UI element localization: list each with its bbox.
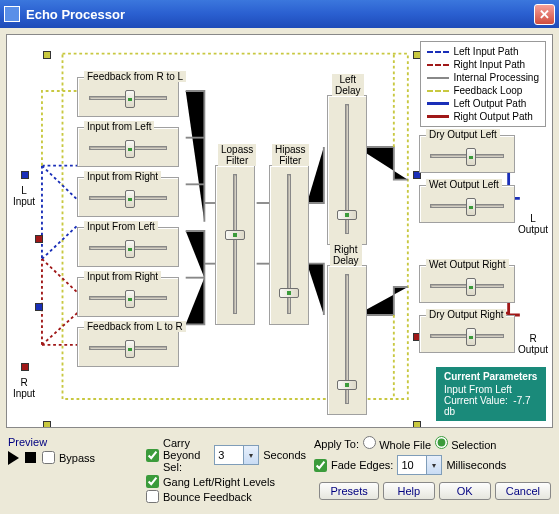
box-wet-right: Wet Output Right xyxy=(419,265,515,303)
node-cross-r xyxy=(35,235,43,243)
slider-input-right-2[interactable] xyxy=(87,288,169,308)
slider-input-left-1[interactable] xyxy=(87,138,169,158)
help-button[interactable]: Help xyxy=(383,482,435,500)
node-fb-tl xyxy=(43,51,51,59)
carry-checkbox[interactable]: Carry Beyond Sel: ▾ Seconds xyxy=(146,437,306,473)
fade-checkbox[interactable]: Fade Edges: ▾ Milliseconds xyxy=(314,455,551,475)
bypass-checkbox[interactable]: Bypass xyxy=(42,451,95,464)
box-left-delay: Left Delay xyxy=(327,95,367,245)
label-l-input: L Input xyxy=(9,185,39,207)
slider-dry-left[interactable] xyxy=(428,146,506,166)
slider-dry-right[interactable] xyxy=(428,326,506,346)
label-r-input: R Input xyxy=(9,377,39,399)
presets-button[interactable]: Presets xyxy=(319,482,378,500)
current-parameters: Current Parameters Input From Left Curre… xyxy=(436,367,546,421)
slider-input-right-1[interactable] xyxy=(87,188,169,208)
radio-selection[interactable]: Selection xyxy=(435,436,496,451)
bottom-controls: Preview Bypass Carry Beyond Sel: ▾ Secon… xyxy=(6,432,553,508)
box-input-right-2: Input from Right xyxy=(77,277,179,317)
box-input-left-1: Input from Left xyxy=(77,127,179,167)
slider-feedback-r-to-l[interactable] xyxy=(87,88,169,108)
box-input-left-2: Input From Left xyxy=(77,227,179,267)
cancel-button[interactable]: Cancel xyxy=(495,482,551,500)
diagram-panel: L Input R Input L Output R Output Feedba… xyxy=(6,34,553,428)
slider-feedback-l-to-r[interactable] xyxy=(87,338,169,358)
label-l-output: L Output xyxy=(516,213,550,235)
label-r-output: R Output xyxy=(516,333,550,355)
box-wet-left: Wet Output Left xyxy=(419,185,515,223)
node-l-input xyxy=(21,171,29,179)
slider-wet-left[interactable] xyxy=(428,196,506,216)
box-input-right-1: Input from Right xyxy=(77,177,179,217)
fade-spin[interactable]: ▾ xyxy=(397,455,442,475)
node-r-input xyxy=(21,363,29,371)
box-feedback-r-to-l: Feedback from R to L xyxy=(77,77,179,117)
box-dry-left: Dry Output Left xyxy=(419,135,515,173)
window-title: Echo Processor xyxy=(26,7,534,22)
box-feedback-l-to-r: Feedback from L to R xyxy=(77,327,179,367)
close-button[interactable]: ✕ xyxy=(534,4,555,25)
play-button[interactable] xyxy=(8,451,19,465)
box-dry-right: Dry Output Right xyxy=(419,315,515,353)
stop-button[interactable] xyxy=(25,452,36,463)
node-fb-br xyxy=(413,421,421,428)
box-right-delay: Right Delay xyxy=(327,265,367,415)
box-lopass: Lopass Filter xyxy=(215,165,255,325)
slider-wet-right[interactable] xyxy=(428,276,506,296)
node-cross-l xyxy=(35,303,43,311)
gang-checkbox[interactable]: Gang Left/Right Levels xyxy=(146,475,306,488)
slider-lopass[interactable] xyxy=(225,172,245,316)
slider-input-left-2[interactable] xyxy=(87,238,169,258)
app-icon xyxy=(4,6,20,22)
slider-right-delay[interactable] xyxy=(337,272,357,406)
titlebar: Echo Processor ✕ xyxy=(0,0,559,28)
node-fb-bl xyxy=(43,421,51,428)
slider-left-delay[interactable] xyxy=(337,102,357,236)
apply-to-label: Apply To: xyxy=(314,438,359,450)
carry-spin[interactable]: ▾ xyxy=(214,445,259,465)
box-hipass: Hipass Filter xyxy=(269,165,309,325)
ok-button[interactable]: OK xyxy=(439,482,491,500)
preview-label: Preview xyxy=(8,436,138,448)
bounce-checkbox[interactable]: Bounce Feedback xyxy=(146,490,306,503)
radio-whole-file[interactable]: Whole File xyxy=(363,436,431,451)
slider-hipass[interactable] xyxy=(279,172,299,316)
legend: Left Input Path Right Input Path Interna… xyxy=(420,41,546,127)
